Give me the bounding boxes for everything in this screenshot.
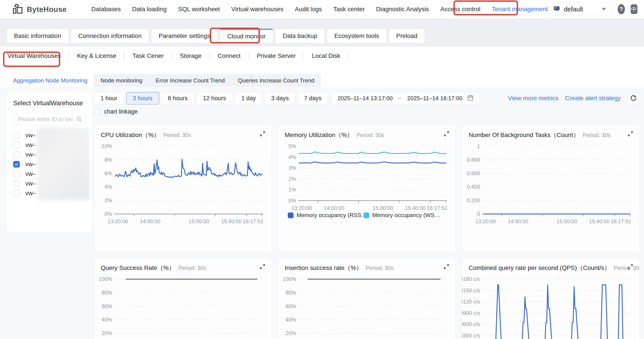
- expand-icon[interactable]: [259, 130, 266, 137]
- tab-cloud-monitor[interactable]: Cloud monitor: [220, 29, 273, 43]
- chart-card-cpu-utilization: CPU Utilization（%） Period: 30s 10%8%6%4%…: [94, 125, 272, 252]
- chart-title: Memory Utilization（%）: [285, 131, 353, 139]
- subnav-private-server[interactable]: Private Server: [249, 52, 304, 59]
- workspace-selector[interactable]: default: [548, 2, 612, 16]
- nav-item-diagnostic-analysis[interactable]: Diagnostic Analysis: [376, 6, 429, 13]
- bytehouse-logo-icon: [12, 3, 24, 16]
- chart-header: Number Of Background Tasks（Count） Period…: [468, 131, 610, 139]
- chart-plot: 10%8%6%4%2%0%13:20:0014:00:0015:00:0015:…: [94, 125, 272, 252]
- tab-ecosystem-tools[interactable]: Ecosystem tools: [327, 29, 386, 43]
- range-button-1-day[interactable]: 1 day: [235, 92, 262, 104]
- checkbox[interactable]: [13, 171, 20, 177]
- tab-basic-information[interactable]: Basic information: [6, 29, 69, 43]
- checkbox-checked[interactable]: [13, 161, 20, 168]
- vw-list-item[interactable]: vw–: [13, 150, 86, 159]
- tab-aggregation-node-monitoring[interactable]: Aggregation Node Monitoring: [6, 74, 94, 87]
- tab-error-increase-count-trend[interactable]: Error Increase Count Trend: [149, 74, 231, 87]
- tab-label: Connection information: [78, 32, 142, 39]
- tab-parameter-settings[interactable]: Parameter settings: [151, 29, 218, 43]
- svg-text:6%: 6%: [104, 170, 112, 176]
- tab-label: Preload: [396, 32, 418, 39]
- nav-item-sql-worksheet[interactable]: SQL worksheet: [178, 6, 220, 13]
- svg-text:0%: 0%: [104, 211, 112, 217]
- chart-card-query-success-rate: Query Success Rate（%） Period: 30s 100%80…: [94, 258, 272, 339]
- vw-search-input[interactable]: [13, 113, 86, 125]
- brand-logo[interactable]: ByteHouse: [12, 3, 67, 16]
- vw-list-item[interactable]: vw–: [13, 140, 86, 150]
- svg-text:0.00600 c/s: 0.00600 c/s: [462, 321, 480, 327]
- range-button-7-days[interactable]: 7 days: [298, 92, 328, 104]
- svg-text:13:20:00: 13:20:00: [292, 205, 312, 211]
- tab-preload[interactable]: Preload: [389, 29, 425, 43]
- monitor-content: Select VirtualWarehouse vw– vw– vw–: [0, 87, 644, 339]
- nav-item-databases[interactable]: Databases: [91, 6, 121, 13]
- expand-icon[interactable]: [443, 130, 450, 137]
- svg-text:0.200: 0.200: [467, 197, 480, 203]
- subnav-key-license[interactable]: Key & License: [69, 52, 124, 59]
- vw-list-item[interactable]: vw–: [13, 188, 86, 198]
- svg-text:0.00300 c/s: 0.00300 c/s: [462, 333, 480, 339]
- metric-links: View more metrics Create alert strategy: [508, 92, 640, 104]
- help-icon[interactable]: ?: [618, 4, 625, 14]
- checkbox[interactable]: [13, 190, 20, 196]
- vw-list-item[interactable]: vw–: [13, 169, 86, 179]
- svg-text:4%: 4%: [288, 154, 296, 160]
- vw-list-item[interactable]: vw–: [13, 130, 86, 140]
- subnav-virtual-warehouses[interactable]: Virtual Warehouses: [6, 52, 69, 59]
- nav-item-audit-logs[interactable]: Audit logs: [295, 6, 322, 13]
- subnav-local-disk[interactable]: Local Disk: [304, 52, 348, 59]
- expand-icon[interactable]: [627, 130, 634, 137]
- create-alert-strategy-link[interactable]: Create alert strategy: [565, 95, 621, 102]
- checkbox[interactable]: [13, 142, 20, 148]
- checkbox[interactable]: [13, 132, 20, 139]
- nav-item-data-loading[interactable]: Data loading: [132, 6, 166, 13]
- subnav-task-cener[interactable]: Task Cener: [125, 52, 172, 59]
- charts-grid: CPU Utilization（%） Period: 30s 10%8%6%4%…: [94, 125, 640, 339]
- svg-text:10%: 10%: [102, 143, 112, 149]
- range-button-3-hours[interactable]: 3 hours: [126, 92, 159, 104]
- nav-item-virtual-warehouses[interactable]: Virtual warehouses: [231, 6, 284, 13]
- calendar-icon: [467, 95, 474, 102]
- svg-text:60%: 60%: [102, 303, 112, 309]
- tab-label: Cloud monitor: [228, 33, 266, 40]
- search-icon: [76, 116, 82, 123]
- svg-text:100%: 100%: [283, 276, 296, 282]
- tab-connection-information[interactable]: Connection information: [71, 29, 149, 43]
- checkbox[interactable]: [13, 180, 20, 187]
- nav-item-tenant-management[interactable]: Tenant management: [492, 6, 548, 13]
- checkbox[interactable]: [13, 151, 20, 158]
- language-switch-icon[interactable]: 中: [630, 4, 638, 14]
- svg-text:16:17:51: 16:17:51: [243, 218, 264, 224]
- nav-item-task-center[interactable]: Task center: [333, 6, 364, 13]
- tab-data-backup[interactable]: Data backup: [275, 29, 325, 43]
- refresh-button[interactable]: [627, 92, 640, 104]
- time-range-controls: 1 hour 3 hours 6 hours 12 hours 1 day 3 …: [94, 92, 640, 104]
- subnav-connect[interactable]: Connect: [210, 52, 248, 59]
- vw-list-item[interactable]: vw–: [13, 159, 86, 169]
- expand-icon[interactable]: [443, 263, 450, 270]
- subnav-storage[interactable]: Storage: [172, 52, 209, 59]
- nav-item-access-control[interactable]: Access control: [440, 6, 480, 13]
- tab-queries-increase-count-trend[interactable]: Queries Increase Count Trend: [231, 74, 321, 87]
- range-button-1-hour[interactable]: 1 hour: [94, 92, 124, 104]
- view-more-metrics-link[interactable]: View more metrics: [508, 95, 558, 102]
- svg-text:100%: 100%: [99, 276, 112, 282]
- chart-card-qps: Combined query rate per second (QPS)（Cou…: [462, 258, 640, 339]
- main-nav: Databases Data loading SQL worksheet Vir…: [91, 6, 548, 13]
- svg-text:15:00:00: 15:00:00: [189, 218, 209, 224]
- range-button-6-hours[interactable]: 6 hours: [161, 92, 194, 104]
- svg-text:15:00:00: 15:00:00: [373, 205, 393, 211]
- chart-linkage-checkbox[interactable]: [94, 108, 100, 115]
- svg-text:0: 0: [477, 211, 480, 217]
- monitor-section-nav: Virtual Warehouses Key & License Task Ce…: [0, 46, 644, 65]
- svg-text:2%: 2%: [288, 176, 296, 182]
- range-button-3-days[interactable]: 3 days: [265, 92, 296, 104]
- chart-header: Insertion success rate（%） Period: 30s: [285, 264, 394, 272]
- range-button-12-hours[interactable]: 12 hours: [196, 92, 233, 104]
- expand-icon[interactable]: [259, 263, 266, 270]
- vw-list-item[interactable]: vw–: [13, 179, 86, 188]
- tab-node-monitoring[interactable]: Node monitoring: [94, 74, 149, 87]
- svg-text:16:17:51: 16:17:51: [611, 218, 631, 224]
- date-range-picker[interactable]: 2025–11–14 13:17:00 – 2025–11–14 16:17:0…: [332, 92, 480, 104]
- expand-icon[interactable]: [627, 263, 634, 270]
